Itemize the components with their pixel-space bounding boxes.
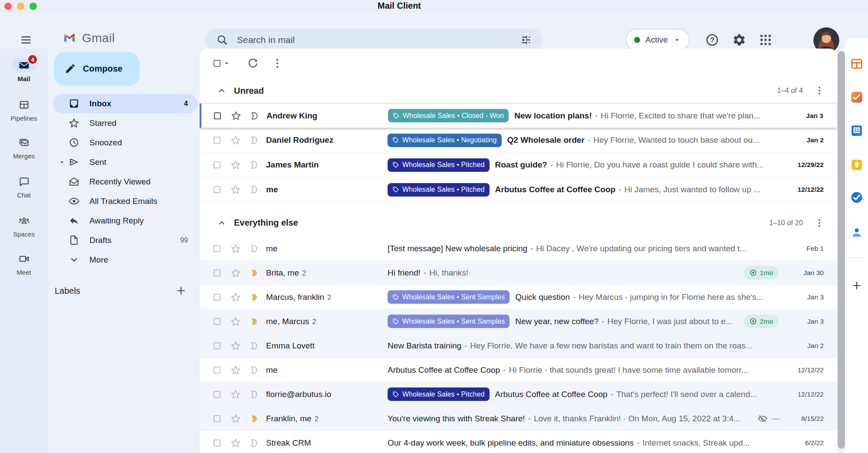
- streak-box-icon[interactable]: [249, 341, 259, 351]
- row-checkbox[interactable]: [213, 269, 221, 277]
- streak-box-icon[interactable]: [249, 111, 260, 121]
- email-row[interactable]: Emma LovettNew Barista training-Hey Flor…: [200, 334, 837, 358]
- pipeline-stage-label[interactable]: Wholesale Sales • Pitched: [388, 158, 490, 172]
- refresh-icon[interactable]: [247, 57, 259, 69]
- sidebar-item-sent[interactable]: Sent: [53, 152, 197, 172]
- email-row[interactable]: Daniel RodriguezWholesale Sales • Negoti…: [200, 128, 837, 153]
- add-label-icon[interactable]: [175, 285, 187, 296]
- window-minimize-button[interactable]: [17, 3, 24, 10]
- pipeline-stage-label[interactable]: Wholesale Sales • Pitched: [388, 183, 490, 197]
- row-checkbox[interactable]: [213, 112, 222, 120]
- email-row[interactable]: meArbutus Coffee at Coffee Coop-Hi Florr…: [200, 358, 837, 382]
- sidebar-item-more[interactable]: More: [53, 250, 197, 269]
- row-checkbox[interactable]: [213, 317, 221, 326]
- sidebar-item-starred[interactable]: Starred: [53, 113, 197, 133]
- window-close-button[interactable]: [4, 3, 12, 10]
- email-row[interactable]: florrie@arbutus.ioWholesale Sales • Pitc…: [200, 382, 837, 407]
- google-keep-icon[interactable]: [850, 158, 863, 171]
- pipeline-stage-label[interactable]: Wholesale Sales • Pitched: [388, 387, 490, 401]
- row-checkbox[interactable]: [213, 161, 221, 169]
- streak-box-icon[interactable]: [249, 292, 259, 302]
- streak-box-icon[interactable]: [249, 135, 259, 145]
- sidebar-item-recently-viewed[interactable]: Recently Viewed: [53, 172, 197, 191]
- search-icon[interactable]: [216, 34, 228, 46]
- rail-item-spaces[interactable]: Spaces: [0, 213, 48, 238]
- star-icon[interactable]: [230, 438, 241, 448]
- streak-box-icon[interactable]: [249, 438, 259, 448]
- google-apps-grid-icon[interactable]: [759, 33, 773, 47]
- email-row[interactable]: Andrew KingWholesale Sales • Closed - Wo…: [200, 103, 837, 128]
- star-icon[interactable]: [230, 292, 241, 302]
- row-checkbox[interactable]: [213, 366, 221, 374]
- main-menu-icon[interactable]: [19, 34, 33, 46]
- rail-item-meet[interactable]: Meet: [0, 252, 48, 276]
- more-options-icon[interactable]: [271, 57, 283, 69]
- star-icon[interactable]: [230, 414, 241, 424]
- email-row[interactable]: Marcus, franklin2Wholesale Sales • Sent …: [200, 285, 837, 309]
- email-row[interactable]: James MartinWholesale Sales • PitchedRoa…: [200, 153, 837, 177]
- streak-box-icon[interactable]: [249, 184, 259, 195]
- streak-box-icon[interactable]: [249, 160, 259, 170]
- window-zoom-button[interactable]: [30, 3, 37, 10]
- star-icon[interactable]: [230, 135, 241, 145]
- streak-box-icon[interactable]: [249, 365, 259, 375]
- select-dropdown-icon[interactable]: [222, 59, 231, 68]
- google-tasks-icon[interactable]: [850, 191, 863, 204]
- pipeline-stage-label[interactable]: Wholesale Sales • Sent Samples: [388, 290, 510, 304]
- sidebar-item-all-tracked-emails[interactable]: All Tracked Emails: [53, 191, 197, 211]
- collapse-section-icon[interactable]: [217, 86, 227, 95]
- email-row[interactable]: meWholesale Sales • PitchedArbutus Coffe…: [200, 177, 837, 202]
- star-icon[interactable]: [230, 316, 241, 327]
- section-menu-icon[interactable]: [814, 85, 825, 96]
- pipeline-stage-label[interactable]: Wholesale Sales • Closed - Won: [388, 109, 509, 122]
- pipeline-stage-label[interactable]: Wholesale Sales • Negotiating: [388, 134, 502, 147]
- rail-item-merges[interactable]: Merges: [0, 135, 48, 160]
- star-icon[interactable]: [230, 341, 241, 351]
- sidebar-item-snoozed[interactable]: Snoozed: [53, 133, 197, 152]
- star-icon[interactable]: [230, 389, 241, 400]
- star-icon[interactable]: [230, 184, 241, 195]
- row-checkbox[interactable]: [213, 136, 221, 144]
- star-icon[interactable]: [230, 243, 241, 254]
- row-checkbox[interactable]: [213, 414, 221, 423]
- streak-box-icon[interactable]: [249, 316, 259, 327]
- email-row[interactable]: me, Marcus2Wholesale Sales • Sent Sample…: [200, 309, 837, 334]
- email-row[interactable]: Franklin, me2You're viewing this with St…: [200, 407, 837, 431]
- email-row[interactable]: Streak CRMOur 4-day work week, bulk pipe…: [200, 431, 837, 453]
- row-checkbox[interactable]: [213, 293, 221, 302]
- rail-item-pipelines[interactable]: Pipelines: [0, 98, 48, 122]
- sidebar-item-inbox[interactable]: Inbox4: [53, 94, 197, 113]
- sidebar-item-drafts[interactable]: Drafts99: [53, 230, 197, 250]
- rail-item-chat[interactable]: Chat: [0, 174, 48, 199]
- google-contacts-icon[interactable]: [850, 226, 863, 239]
- search-bar[interactable]: Search in mail: [205, 29, 542, 51]
- streak-mail-icon[interactable]: [850, 91, 863, 104]
- row-checkbox[interactable]: [213, 244, 221, 253]
- row-checkbox[interactable]: [213, 390, 221, 399]
- email-row[interactable]: me[Test message] New wholesale pricing-H…: [200, 236, 837, 261]
- pipeline-stage-label[interactable]: Wholesale Sales • Sent Samples: [388, 315, 510, 328]
- star-icon[interactable]: [231, 111, 241, 121]
- list-scrollbar[interactable]: [838, 51, 845, 449]
- streak-box-icon[interactable]: [249, 389, 259, 400]
- compose-button[interactable]: Compose: [54, 52, 139, 85]
- rail-item-mail[interactable]: 4Mail: [0, 58, 48, 82]
- row-checkbox[interactable]: [213, 185, 221, 194]
- star-icon[interactable]: [230, 365, 241, 375]
- settings-gear-icon[interactable]: [732, 33, 746, 47]
- search-options-icon[interactable]: [520, 34, 532, 46]
- streak-box-icon[interactable]: [249, 268, 259, 278]
- sidebar-item-awaiting-reply[interactable]: Awaiting Reply: [53, 211, 197, 230]
- status-selector[interactable]: Active: [625, 29, 690, 51]
- collapse-section-icon[interactable]: [217, 218, 227, 228]
- streak-box-icon[interactable]: [249, 243, 259, 254]
- row-checkbox[interactable]: [213, 341, 221, 350]
- search-placeholder[interactable]: Search in mail: [237, 35, 520, 45]
- google-calendar-icon[interactable]: 31: [850, 124, 863, 137]
- select-all-checkbox[interactable]: [213, 59, 221, 68]
- section-menu-icon[interactable]: [814, 218, 825, 228]
- streak-box-icon[interactable]: [249, 414, 259, 424]
- email-row[interactable]: Brita, me2Hi friend!-Hi, thanks!·1moJan …: [200, 261, 837, 285]
- help-icon[interactable]: ?: [705, 33, 719, 47]
- streak-pipelines-icon[interactable]: [850, 57, 863, 70]
